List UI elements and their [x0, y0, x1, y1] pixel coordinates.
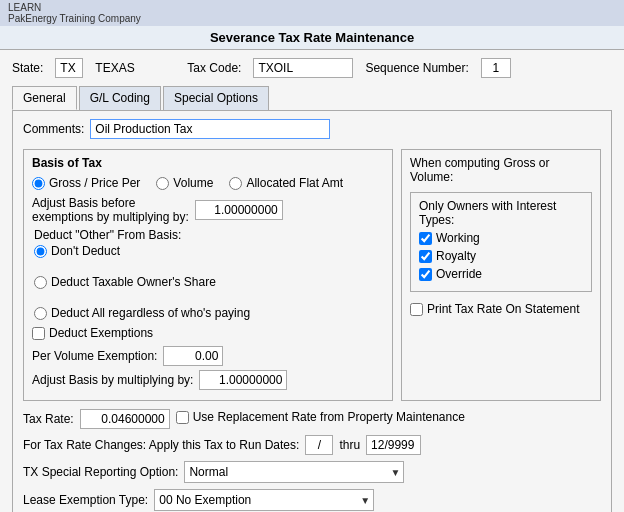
tax-code-label: Tax Code:: [187, 61, 241, 75]
tax-rate-row: Tax Rate: Use Replacement Rate from Prop…: [23, 409, 601, 429]
state-label: State:: [12, 61, 43, 75]
adjust-basis-input[interactable]: [195, 200, 283, 220]
working-check[interactable]: Working: [419, 231, 583, 245]
tab-general[interactable]: General: [12, 86, 77, 110]
right-panel: When computing Gross or Volume: Only Own…: [401, 149, 601, 401]
tabs-container: General G/L Coding Special Options: [12, 86, 612, 110]
gross-price-radio[interactable]: Gross / Price Per: [32, 176, 140, 190]
comments-label: Comments:: [23, 122, 84, 136]
state-code-input[interactable]: [55, 58, 83, 78]
use-replacement-check[interactable]: Use Replacement Rate from Property Maint…: [176, 410, 465, 424]
main-content: State: TEXAS Tax Code: Sequence Number: …: [0, 50, 624, 512]
header-fields-row: State: TEXAS Tax Code: Sequence Number:: [12, 58, 612, 78]
deduct-all-radio[interactable]: Deduct All regardless of who's paying: [34, 306, 384, 320]
app-header-line2: PakEnergy Training Company: [8, 13, 141, 24]
tx-special-wrapper: Normal Option 1 Option 2 ▼: [184, 461, 404, 483]
page-title: Severance Tax Rate Maintenance: [0, 26, 624, 50]
basis-of-tax-title: Basis of Tax: [32, 156, 384, 170]
only-owners-label: Only Owners with Interest Types:: [419, 199, 583, 227]
deduct-section: Deduct "Other" From Basis: Don't Deduct …: [34, 228, 384, 320]
dont-deduct-radio[interactable]: Don't Deduct: [34, 244, 384, 258]
per-volume-row: Per Volume Exemption:: [32, 346, 384, 366]
app-header-line1: LEARN: [8, 2, 41, 13]
tab-gl-coding[interactable]: G/L Coding: [79, 86, 161, 110]
tab-special-options[interactable]: Special Options: [163, 86, 269, 110]
per-volume-input[interactable]: [163, 346, 223, 366]
thru-date-input[interactable]: [366, 435, 421, 455]
basis-of-tax-panel: Basis of Tax Gross / Price Per Volume Al…: [23, 149, 393, 401]
tab-panel-general: Comments: Basis of Tax Gross / Price Per…: [12, 110, 612, 512]
when-computing-label: When computing Gross or Volume:: [410, 156, 592, 184]
interest-types-box: Only Owners with Interest Types: Working…: [410, 192, 592, 292]
volume-radio[interactable]: Volume: [156, 176, 213, 190]
adjust-basis-mult-row: Adjust Basis by multiplying by:: [32, 370, 384, 390]
lease-exemption-select[interactable]: 00 No Exemption 01 Type 1 02 Type 2: [154, 489, 374, 511]
tax-rate-input[interactable]: [80, 409, 170, 429]
seq-label: Sequence Number:: [365, 61, 468, 75]
deduct-other-label: Deduct "Other" From Basis:: [34, 228, 384, 242]
seq-input[interactable]: [481, 58, 511, 78]
adjust-basis-row: Adjust Basis before exemptions by multip…: [32, 196, 384, 224]
deduct-exemptions-check[interactable]: Deduct Exemptions: [32, 326, 384, 340]
allocated-flat-radio[interactable]: Allocated Flat Amt: [229, 176, 343, 190]
from-date-input[interactable]: [305, 435, 333, 455]
tx-special-select[interactable]: Normal Option 1 Option 2: [184, 461, 404, 483]
bottom-section: Tax Rate: Use Replacement Rate from Prop…: [23, 409, 601, 511]
comments-input[interactable]: [90, 119, 330, 139]
two-col-layout: Basis of Tax Gross / Price Per Volume Al…: [23, 149, 601, 401]
tax-rate-changes-row: For Tax Rate Changes: Apply this Tax to …: [23, 435, 601, 455]
app-header: LEARN PakEnergy Training Company: [0, 0, 624, 26]
tx-special-row: TX Special Reporting Option: Normal Opti…: [23, 461, 601, 483]
print-tax-check[interactable]: Print Tax Rate On Statement: [410, 302, 592, 316]
tax-code-input[interactable]: [253, 58, 353, 78]
lease-exemption-wrapper: 00 No Exemption 01 Type 1 02 Type 2 ▼: [154, 489, 374, 511]
adjust-basis-mult-input[interactable]: [199, 370, 287, 390]
royalty-check[interactable]: Royalty: [419, 249, 583, 263]
basis-radio-row: Gross / Price Per Volume Allocated Flat …: [32, 176, 384, 190]
state-name: TEXAS: [95, 61, 175, 75]
comments-row: Comments:: [23, 119, 601, 139]
deduct-taxable-radio[interactable]: Deduct Taxable Owner's Share: [34, 275, 384, 289]
override-check[interactable]: Override: [419, 267, 583, 281]
lease-exemption-row: Lease Exemption Type: 00 No Exemption 01…: [23, 489, 601, 511]
